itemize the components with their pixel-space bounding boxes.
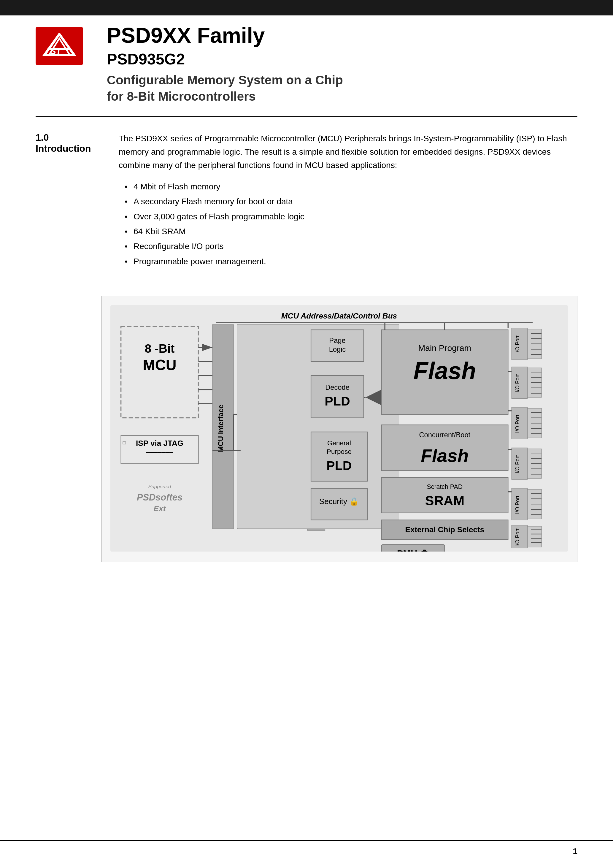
svg-text:Flash: Flash bbox=[421, 445, 469, 466]
page-title-main: PSD9XX Family bbox=[107, 24, 577, 47]
bullet-5: Reconfigurable I/O ports bbox=[125, 239, 577, 254]
bullet-list: 4 Mbit of Flash memory A secondary Flash… bbox=[125, 179, 577, 269]
title-desc-line2: for 8-Bit Microcontrollers bbox=[107, 89, 256, 103]
svg-text:Ext: Ext bbox=[154, 504, 166, 513]
intro-paragraph: The PSD9XX series of Programmable Microc… bbox=[119, 132, 577, 172]
svg-text:I/O Port: I/O Port bbox=[514, 496, 520, 514]
logo-container: ST bbox=[36, 27, 83, 65]
bullet-1: 4 Mbit of Flash memory bbox=[125, 179, 577, 194]
svg-text:□: □ bbox=[123, 440, 126, 446]
content-section: 1.0 Introduction The PSD9XX series of Pr… bbox=[0, 117, 613, 284]
svg-text:Page: Page bbox=[329, 336, 345, 344]
svg-text:External Chip Selects: External Chip Selects bbox=[405, 525, 484, 534]
svg-text:General: General bbox=[327, 439, 351, 447]
title-desc-line1: Configurable Memory System on a Chip bbox=[107, 73, 343, 87]
svg-text:ST: ST bbox=[50, 46, 62, 56]
svg-text:I/O Port: I/O Port bbox=[514, 335, 520, 353]
right-content: The PSD9XX series of Programmable Microc… bbox=[119, 132, 577, 269]
page-number: 1 bbox=[573, 846, 577, 856]
bus-label: MCU Address/Data/Control Bus bbox=[281, 312, 397, 320]
svg-text:I/O Port: I/O Port bbox=[514, 529, 520, 547]
svg-text:ISP via JTAG: ISP via JTAG bbox=[136, 439, 183, 448]
st-logo-svg: ST bbox=[42, 33, 77, 59]
bullet-4: 64 Kbit SRAM bbox=[125, 224, 577, 239]
svg-text:━━━━━━━: ━━━━━━━ bbox=[146, 449, 173, 456]
svg-text:Concurrent/Boot: Concurrent/Boot bbox=[419, 431, 470, 439]
section-number: 1.0 bbox=[36, 132, 101, 143]
svg-text:PLD: PLD bbox=[327, 458, 351, 473]
section-name: Introduction bbox=[36, 143, 101, 154]
svg-text:PSDsoftes: PSDsoftes bbox=[137, 492, 183, 502]
footer: 1 bbox=[0, 840, 613, 856]
st-logo: ST bbox=[36, 27, 83, 65]
svg-text:Flash: Flash bbox=[413, 357, 476, 384]
svg-text:SRAM: SRAM bbox=[425, 493, 464, 508]
svg-text:I/O Port: I/O Port bbox=[514, 456, 520, 473]
diagram-container: MCU Address/Data/Control Bus 8 -Bit MCU … bbox=[101, 296, 577, 562]
svg-text:Security 🔒: Security 🔒 bbox=[319, 497, 359, 506]
page-title-sub: PSD935G2 bbox=[107, 50, 577, 68]
chip-diagram: MCU Address/Data/Control Bus 8 -Bit MCU … bbox=[110, 305, 568, 552]
svg-text:I/O Port: I/O Port bbox=[514, 374, 520, 392]
bullet-6: Programmable power management. bbox=[125, 254, 577, 269]
svg-text:Logic: Logic bbox=[329, 346, 346, 353]
svg-text:PMU 🗑: PMU 🗑 bbox=[397, 549, 429, 552]
bullet-3: Over 3,000 gates of Flash programmable l… bbox=[125, 209, 577, 224]
svg-text:Scratch PAD: Scratch PAD bbox=[427, 483, 463, 490]
svg-text:MCU: MCU bbox=[143, 357, 176, 374]
svg-text:Supported: Supported bbox=[149, 484, 171, 490]
header-bar bbox=[0, 0, 613, 16]
section-label: 1.0 Introduction bbox=[36, 132, 101, 269]
svg-text:I/O Port: I/O Port bbox=[514, 415, 520, 433]
svg-text:Decode: Decode bbox=[325, 384, 350, 391]
svg-text:8 -Bit: 8 -Bit bbox=[145, 342, 175, 355]
svg-text:MCU Interface: MCU Interface bbox=[217, 405, 224, 452]
title-block: PSD9XX Family PSD935G2 Configurable Memo… bbox=[107, 24, 577, 104]
svg-rect-112 bbox=[528, 526, 542, 547]
svg-text:PLD: PLD bbox=[325, 394, 350, 408]
svg-text:Main Program: Main Program bbox=[418, 343, 471, 353]
top-section: ST PSD9XX Family PSD935G2 Configurable M… bbox=[0, 0, 613, 116]
bullet-2: A secondary Flash memory for boot or dat… bbox=[125, 194, 577, 209]
page-title-desc: Configurable Memory System on a Chip for… bbox=[107, 72, 577, 104]
svg-text:Purpose: Purpose bbox=[327, 448, 351, 456]
